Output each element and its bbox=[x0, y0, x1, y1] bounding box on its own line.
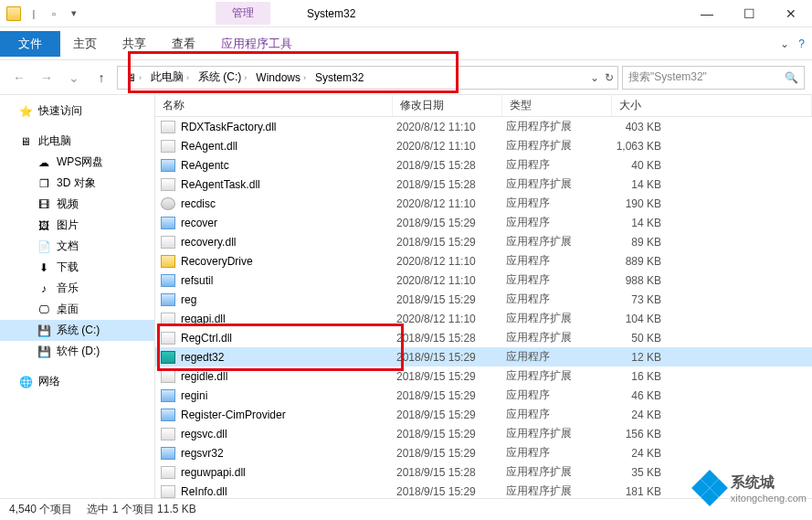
file-icon bbox=[161, 389, 175, 402]
file-size: 50 KB bbox=[616, 332, 689, 345]
file-row[interactable]: Register-CimProvider2018/9/15 15:29应用程序2… bbox=[155, 405, 812, 424]
nav-back-button[interactable]: ← bbox=[7, 66, 31, 90]
nav-downloads[interactable]: ⬇下载 bbox=[0, 257, 154, 278]
address-bar[interactable]: 🖥› 此电脑› 系统 (C:)› Windows› System32 ⌄↻ bbox=[117, 66, 618, 90]
file-type: 应用程序扩展 bbox=[506, 426, 616, 441]
file-row[interactable]: RegCtrl.dll2018/9/15 15:28应用程序扩展50 KB bbox=[155, 328, 812, 347]
file-icon bbox=[161, 332, 175, 345]
file-row[interactable]: regini2018/9/15 15:29应用程序46 KB bbox=[155, 386, 812, 405]
col-type[interactable]: 类型 bbox=[502, 95, 612, 116]
address-dropdown-icon[interactable]: ⌄ bbox=[590, 71, 599, 84]
file-size: 156 KB bbox=[616, 428, 689, 440]
help-icon[interactable]: ? bbox=[798, 37, 805, 50]
nav-recent-button[interactable]: ⌄ bbox=[62, 66, 86, 90]
nav-music[interactable]: ♪音乐 bbox=[0, 278, 154, 299]
drive-icon: 💾 bbox=[37, 324, 51, 338]
qat-dropdown-icon[interactable]: ▾ bbox=[66, 5, 82, 22]
file-icon bbox=[161, 313, 175, 325]
file-type: 应用程序扩展 bbox=[506, 464, 616, 480]
file-row[interactable]: regsvc.dll2018/9/15 15:29应用程序扩展156 KB bbox=[155, 424, 812, 443]
file-row[interactable]: regsvr322018/9/15 15:29应用程序24 KB bbox=[155, 443, 812, 462]
menu-share[interactable]: 共享 bbox=[110, 30, 159, 58]
file-row[interactable]: regapi.dll2020/8/12 11:10应用程序扩展104 KB bbox=[155, 309, 812, 328]
nav-quick-access[interactable]: ⭐快速访问 bbox=[0, 101, 154, 122]
menu-app-tools[interactable]: 应用程序工具 bbox=[208, 30, 305, 58]
cloud-icon: ☁ bbox=[37, 155, 51, 170]
file-date: 2018/9/15 15:28 bbox=[396, 178, 506, 191]
file-name: regedt32 bbox=[181, 351, 396, 364]
file-date: 2020/8/12 11:10 bbox=[396, 274, 506, 287]
document-icon: 📄 bbox=[37, 239, 51, 254]
file-type: 应用程序扩展 bbox=[506, 119, 616, 134]
ribbon-expand-icon[interactable]: ⌄ bbox=[780, 37, 789, 50]
menu-home[interactable]: 主页 bbox=[60, 30, 110, 58]
col-size[interactable]: 大小 bbox=[612, 95, 812, 116]
status-bar: 4,540 个项目 选中 1 个项目 11.5 KB bbox=[0, 498, 812, 520]
file-row[interactable]: refsutil2020/8/12 11:10应用程序988 KB bbox=[155, 271, 812, 290]
nav-videos[interactable]: 🎞视频 bbox=[0, 194, 154, 215]
file-icon bbox=[161, 485, 175, 498]
col-name[interactable]: 名称 bbox=[155, 95, 393, 116]
file-row[interactable]: RecoveryDrive2020/8/12 11:10应用程序889 KB bbox=[155, 251, 812, 271]
close-button[interactable]: ✕ bbox=[770, 0, 812, 27]
file-row[interactable]: recdisc2020/8/12 11:10应用程序190 KB bbox=[155, 194, 812, 213]
file-date: 2018/9/15 15:29 bbox=[396, 293, 506, 306]
file-size: 12 KB bbox=[616, 351, 689, 364]
col-date[interactable]: 修改日期 bbox=[393, 95, 502, 116]
file-row[interactable]: reg2018/9/15 15:29应用程序73 KB bbox=[155, 290, 812, 309]
video-icon: 🎞 bbox=[37, 197, 51, 212]
nav-forward-button[interactable]: → bbox=[35, 66, 58, 90]
music-icon: ♪ bbox=[37, 281, 51, 296]
file-row[interactable]: recovery.dll2018/9/15 15:29应用程序扩展89 KB bbox=[155, 232, 812, 251]
file-type: 应用程序扩展 bbox=[506, 330, 616, 345]
file-name: ReAgentc bbox=[181, 159, 396, 172]
nav-network[interactable]: 🌐网络 bbox=[0, 371, 154, 392]
file-name: refsutil bbox=[181, 274, 396, 287]
file-date: 2018/9/15 15:28 bbox=[396, 159, 506, 172]
nav-drive-c[interactable]: 💾系统 (C:) bbox=[0, 320, 154, 341]
watermark-text: 系统城 bbox=[731, 473, 807, 493]
nav-desktop[interactable]: 🖵桌面 bbox=[0, 299, 154, 320]
ribbon-context-tab[interactable]: 管理 bbox=[216, 2, 270, 25]
nav-documents[interactable]: 📄文档 bbox=[0, 236, 154, 257]
file-size: 35 KB bbox=[616, 466, 689, 479]
file-type: 应用程序 bbox=[506, 349, 616, 365]
breadcrumb: Windows› bbox=[252, 69, 310, 86]
properties-icon[interactable]: ▫ bbox=[46, 5, 62, 22]
file-date: 2020/8/12 11:10 bbox=[396, 255, 506, 268]
file-row[interactable]: ReAgent.dll2020/8/12 11:10应用程序扩展1,063 KB bbox=[155, 136, 812, 155]
file-menu[interactable]: 文件 bbox=[0, 31, 60, 57]
pc-icon: 🖥 bbox=[18, 134, 33, 149]
file-size: 1,063 KB bbox=[616, 140, 689, 153]
file-row[interactable]: RDXTaskFactory.dll2020/8/12 11:10应用程序扩展4… bbox=[155, 117, 812, 136]
menu-view[interactable]: 查看 bbox=[159, 30, 208, 58]
file-list[interactable]: RDXTaskFactory.dll2020/8/12 11:10应用程序扩展4… bbox=[155, 117, 812, 498]
nav-drive-d[interactable]: 💾软件 (D:) bbox=[0, 341, 154, 362]
file-size: 24 KB bbox=[616, 409, 689, 421]
file-row[interactable]: recover2018/9/15 15:29应用程序14 KB bbox=[155, 213, 812, 232]
file-size: 403 KB bbox=[616, 121, 689, 133]
minimize-button[interactable]: — bbox=[686, 0, 728, 27]
file-type: 应用程序 bbox=[506, 253, 616, 269]
nav-up-button[interactable]: ↑ bbox=[90, 66, 113, 90]
search-input[interactable]: 搜索"System32" 🔍 bbox=[622, 66, 805, 90]
nav-3d[interactable]: ❒3D 对象 bbox=[0, 173, 154, 194]
window-title: System32 bbox=[307, 7, 355, 20]
nav-wps[interactable]: ☁WPS网盘 bbox=[0, 152, 154, 173]
maximize-button[interactable]: ☐ bbox=[728, 0, 770, 27]
file-name: recovery.dll bbox=[181, 236, 396, 249]
file-type: 应用程序扩展 bbox=[506, 138, 616, 154]
refresh-icon[interactable]: ↻ bbox=[605, 71, 614, 84]
file-row[interactable]: regidle.dll2018/9/15 15:29应用程序扩展16 KB bbox=[155, 366, 812, 386]
nav-this-pc[interactable]: 🖥此电脑 bbox=[0, 131, 154, 152]
nav-pictures[interactable]: 🖼图片 bbox=[0, 215, 154, 236]
search-icon[interactable]: 🔍 bbox=[785, 71, 798, 84]
file-icon bbox=[161, 428, 175, 440]
file-row[interactable]: regedt322018/9/15 15:29应用程序12 KB bbox=[155, 347, 812, 366]
file-type: 应用程序扩展 bbox=[506, 234, 616, 249]
file-icon bbox=[161, 140, 175, 153]
file-row[interactable]: ReAgentTask.dll2018/9/15 15:28应用程序扩展14 K… bbox=[155, 175, 812, 194]
file-row[interactable]: ReAgentc2018/9/15 15:28应用程序40 KB bbox=[155, 155, 812, 175]
star-icon: ⭐ bbox=[18, 104, 33, 119]
file-date: 2018/9/15 15:29 bbox=[396, 428, 506, 440]
